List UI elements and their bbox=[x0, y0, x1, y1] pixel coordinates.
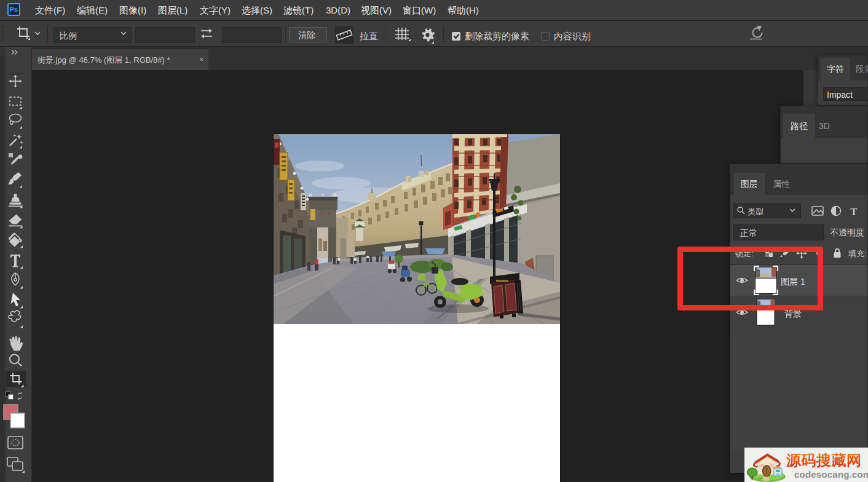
svg-text:T: T bbox=[850, 206, 858, 218]
